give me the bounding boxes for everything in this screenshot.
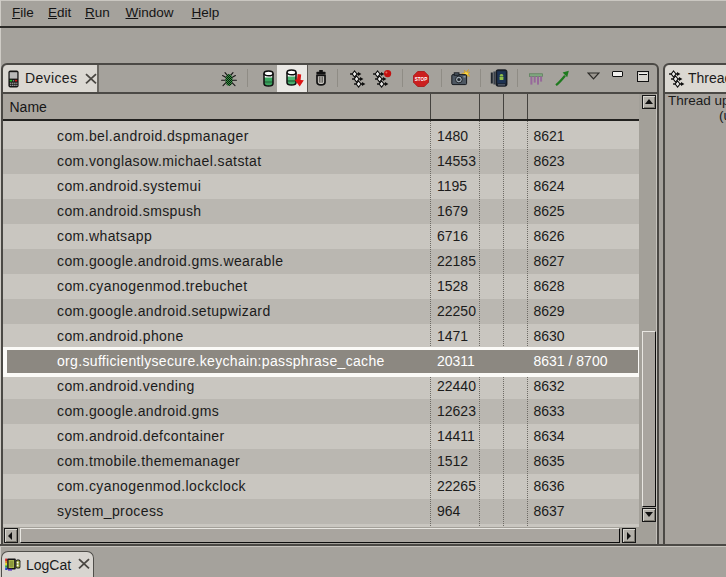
svg-text:STOP: STOP <box>415 77 427 82</box>
